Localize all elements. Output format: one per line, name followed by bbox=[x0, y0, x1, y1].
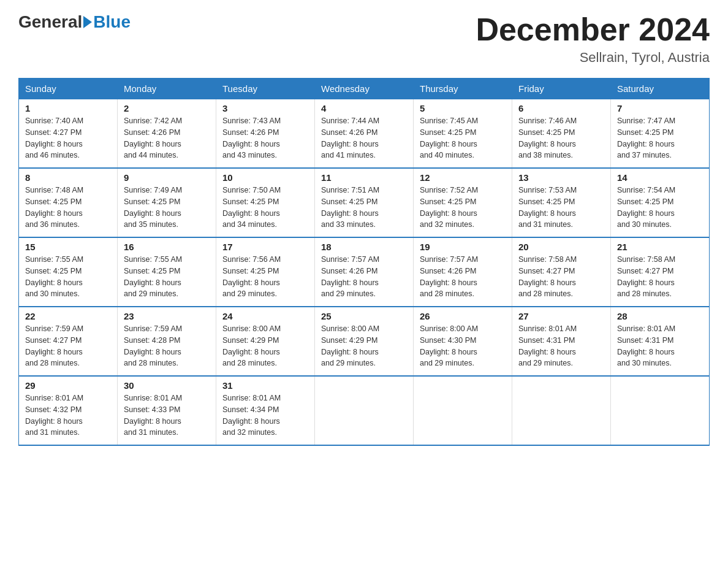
calendar-cell: 22Sunrise: 7:59 AM Sunset: 4:27 PM Dayli… bbox=[19, 307, 118, 376]
calendar-cell: 30Sunrise: 8:01 AM Sunset: 4:33 PM Dayli… bbox=[118, 376, 216, 445]
day-number: 19 bbox=[420, 242, 506, 252]
day-info: Sunrise: 7:48 AM Sunset: 4:25 PM Dayligh… bbox=[25, 185, 111, 231]
day-info: Sunrise: 7:53 AM Sunset: 4:25 PM Dayligh… bbox=[518, 185, 604, 231]
day-info: Sunrise: 7:46 AM Sunset: 4:25 PM Dayligh… bbox=[518, 115, 604, 161]
day-info: Sunrise: 7:42 AM Sunset: 4:26 PM Dayligh… bbox=[124, 115, 210, 161]
day-info: Sunrise: 7:50 AM Sunset: 4:25 PM Dayligh… bbox=[222, 185, 308, 231]
title-section: December 2024 Sellrain, Tyrol, Austria bbox=[476, 12, 710, 66]
day-info: Sunrise: 7:45 AM Sunset: 4:25 PM Dayligh… bbox=[420, 115, 506, 161]
day-number: 2 bbox=[124, 103, 210, 113]
column-header-wednesday: Wednesday bbox=[315, 79, 414, 99]
calendar-cell: 16Sunrise: 7:55 AM Sunset: 4:25 PM Dayli… bbox=[118, 237, 216, 307]
day-number: 11 bbox=[321, 172, 407, 183]
day-number: 12 bbox=[420, 172, 506, 183]
day-number: 7 bbox=[617, 103, 703, 113]
day-number: 20 bbox=[518, 242, 604, 252]
day-info: Sunrise: 7:49 AM Sunset: 4:25 PM Dayligh… bbox=[124, 185, 210, 231]
calendar-cell: 31Sunrise: 8:01 AM Sunset: 4:34 PM Dayli… bbox=[216, 376, 315, 445]
calendar-week-row: 29Sunrise: 8:01 AM Sunset: 4:32 PM Dayli… bbox=[19, 376, 710, 445]
day-number: 21 bbox=[617, 242, 703, 252]
month-title: December 2024 bbox=[476, 12, 710, 47]
column-header-monday: Monday bbox=[118, 79, 216, 99]
calendar-week-row: 15Sunrise: 7:55 AM Sunset: 4:25 PM Dayli… bbox=[19, 237, 710, 307]
day-info: Sunrise: 8:00 AM Sunset: 4:29 PM Dayligh… bbox=[222, 323, 308, 369]
day-info: Sunrise: 7:55 AM Sunset: 4:25 PM Dayligh… bbox=[124, 254, 210, 300]
day-info: Sunrise: 8:00 AM Sunset: 4:30 PM Dayligh… bbox=[420, 323, 506, 369]
calendar-cell: 24Sunrise: 8:00 AM Sunset: 4:29 PM Dayli… bbox=[216, 307, 315, 376]
day-number: 29 bbox=[25, 380, 111, 391]
day-number: 31 bbox=[222, 380, 308, 391]
calendar-table: SundayMondayTuesdayWednesdayThursdayFrid… bbox=[18, 78, 710, 446]
day-info: Sunrise: 8:00 AM Sunset: 4:29 PM Dayligh… bbox=[321, 323, 407, 369]
location: Sellrain, Tyrol, Austria bbox=[476, 50, 710, 66]
logo-blue-text: Blue bbox=[93, 12, 131, 32]
day-number: 6 bbox=[518, 103, 604, 113]
calendar-cell: 26Sunrise: 8:00 AM Sunset: 4:30 PM Dayli… bbox=[414, 307, 512, 376]
column-header-friday: Friday bbox=[512, 79, 611, 99]
calendar-cell: 21Sunrise: 7:58 AM Sunset: 4:27 PM Dayli… bbox=[611, 237, 710, 307]
calendar-cell: 13Sunrise: 7:53 AM Sunset: 4:25 PM Dayli… bbox=[512, 168, 611, 237]
column-header-tuesday: Tuesday bbox=[216, 79, 315, 99]
calendar-week-row: 22Sunrise: 7:59 AM Sunset: 4:27 PM Dayli… bbox=[19, 307, 710, 376]
calendar-header-row: SundayMondayTuesdayWednesdayThursdayFrid… bbox=[19, 79, 710, 99]
day-number: 24 bbox=[222, 311, 308, 321]
day-info: Sunrise: 8:01 AM Sunset: 4:34 PM Dayligh… bbox=[222, 393, 308, 439]
day-number: 8 bbox=[25, 172, 111, 183]
day-info: Sunrise: 8:01 AM Sunset: 4:33 PM Dayligh… bbox=[124, 393, 210, 439]
calendar-cell: 17Sunrise: 7:56 AM Sunset: 4:25 PM Dayli… bbox=[216, 237, 315, 307]
day-number: 22 bbox=[25, 311, 111, 321]
calendar-cell: 29Sunrise: 8:01 AM Sunset: 4:32 PM Dayli… bbox=[19, 376, 118, 445]
day-number: 15 bbox=[25, 242, 111, 252]
calendar-cell: 11Sunrise: 7:51 AM Sunset: 4:25 PM Dayli… bbox=[315, 168, 414, 237]
day-number: 9 bbox=[124, 172, 210, 183]
day-info: Sunrise: 8:01 AM Sunset: 4:32 PM Dayligh… bbox=[25, 393, 111, 439]
calendar-cell bbox=[414, 376, 512, 445]
day-info: Sunrise: 7:58 AM Sunset: 4:27 PM Dayligh… bbox=[617, 254, 703, 300]
day-info: Sunrise: 8:01 AM Sunset: 4:31 PM Dayligh… bbox=[518, 323, 604, 369]
calendar-cell: 28Sunrise: 8:01 AM Sunset: 4:31 PM Dayli… bbox=[611, 307, 710, 376]
calendar-cell bbox=[315, 376, 414, 445]
day-info: Sunrise: 8:01 AM Sunset: 4:31 PM Dayligh… bbox=[617, 323, 703, 369]
day-info: Sunrise: 7:54 AM Sunset: 4:25 PM Dayligh… bbox=[617, 185, 703, 231]
day-info: Sunrise: 7:47 AM Sunset: 4:25 PM Dayligh… bbox=[617, 115, 703, 161]
day-info: Sunrise: 7:56 AM Sunset: 4:25 PM Dayligh… bbox=[222, 254, 308, 300]
day-info: Sunrise: 7:44 AM Sunset: 4:26 PM Dayligh… bbox=[321, 115, 407, 161]
calendar-cell: 12Sunrise: 7:52 AM Sunset: 4:25 PM Dayli… bbox=[414, 168, 512, 237]
calendar-cell: 4Sunrise: 7:44 AM Sunset: 4:26 PM Daylig… bbox=[315, 99, 414, 169]
calendar-cell: 7Sunrise: 7:47 AM Sunset: 4:25 PM Daylig… bbox=[611, 99, 710, 169]
column-header-thursday: Thursday bbox=[414, 79, 512, 99]
day-number: 30 bbox=[124, 380, 210, 391]
day-number: 25 bbox=[321, 311, 407, 321]
page-header: General Blue December 2024 Sellrain, Tyr… bbox=[18, 12, 710, 66]
day-number: 13 bbox=[518, 172, 604, 183]
day-number: 28 bbox=[617, 311, 703, 321]
day-number: 18 bbox=[321, 242, 407, 252]
day-info: Sunrise: 7:52 AM Sunset: 4:25 PM Dayligh… bbox=[420, 185, 506, 231]
day-info: Sunrise: 7:43 AM Sunset: 4:26 PM Dayligh… bbox=[222, 115, 308, 161]
calendar-cell: 9Sunrise: 7:49 AM Sunset: 4:25 PM Daylig… bbox=[118, 168, 216, 237]
day-info: Sunrise: 7:57 AM Sunset: 4:26 PM Dayligh… bbox=[321, 254, 407, 300]
day-info: Sunrise: 7:59 AM Sunset: 4:27 PM Dayligh… bbox=[25, 323, 111, 369]
calendar-cell: 1Sunrise: 7:40 AM Sunset: 4:27 PM Daylig… bbox=[19, 99, 118, 169]
day-number: 23 bbox=[124, 311, 210, 321]
day-info: Sunrise: 7:55 AM Sunset: 4:25 PM Dayligh… bbox=[25, 254, 111, 300]
calendar-cell: 8Sunrise: 7:48 AM Sunset: 4:25 PM Daylig… bbox=[19, 168, 118, 237]
calendar-cell: 15Sunrise: 7:55 AM Sunset: 4:25 PM Dayli… bbox=[19, 237, 118, 307]
day-info: Sunrise: 7:51 AM Sunset: 4:25 PM Dayligh… bbox=[321, 185, 407, 231]
day-number: 5 bbox=[420, 103, 506, 113]
calendar-cell: 10Sunrise: 7:50 AM Sunset: 4:25 PM Dayli… bbox=[216, 168, 315, 237]
day-info: Sunrise: 7:57 AM Sunset: 4:26 PM Dayligh… bbox=[420, 254, 506, 300]
day-info: Sunrise: 7:58 AM Sunset: 4:27 PM Dayligh… bbox=[518, 254, 604, 300]
calendar-cell: 27Sunrise: 8:01 AM Sunset: 4:31 PM Dayli… bbox=[512, 307, 611, 376]
column-header-sunday: Sunday bbox=[19, 79, 118, 99]
calendar-cell bbox=[512, 376, 611, 445]
column-header-saturday: Saturday bbox=[611, 79, 710, 99]
calendar-cell: 14Sunrise: 7:54 AM Sunset: 4:25 PM Dayli… bbox=[611, 168, 710, 237]
day-info: Sunrise: 7:40 AM Sunset: 4:27 PM Dayligh… bbox=[25, 115, 111, 161]
calendar-cell: 20Sunrise: 7:58 AM Sunset: 4:27 PM Dayli… bbox=[512, 237, 611, 307]
calendar-cell: 2Sunrise: 7:42 AM Sunset: 4:26 PM Daylig… bbox=[118, 99, 216, 169]
day-number: 16 bbox=[124, 242, 210, 252]
calendar-cell: 25Sunrise: 8:00 AM Sunset: 4:29 PM Dayli… bbox=[315, 307, 414, 376]
day-number: 10 bbox=[222, 172, 308, 183]
calendar-cell: 6Sunrise: 7:46 AM Sunset: 4:25 PM Daylig… bbox=[512, 99, 611, 169]
